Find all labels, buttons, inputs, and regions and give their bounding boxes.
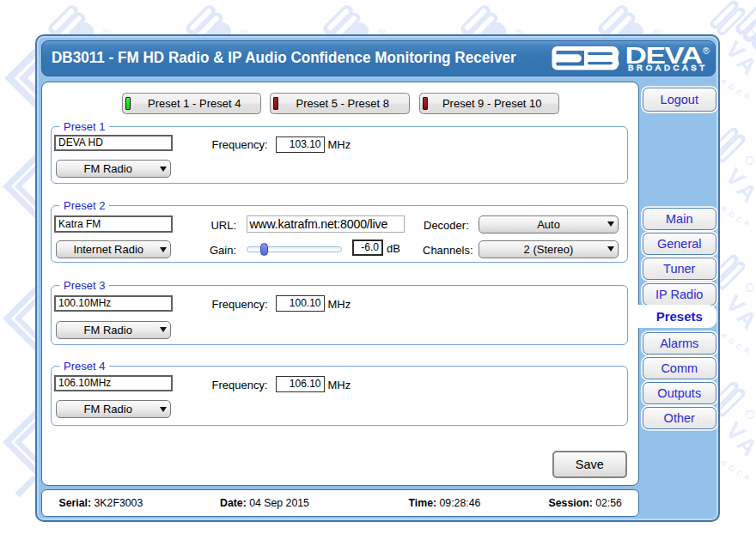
svg-text:®: ® [703, 45, 710, 56]
svg-text:BROADCAST: BROADCAST [628, 63, 708, 72]
